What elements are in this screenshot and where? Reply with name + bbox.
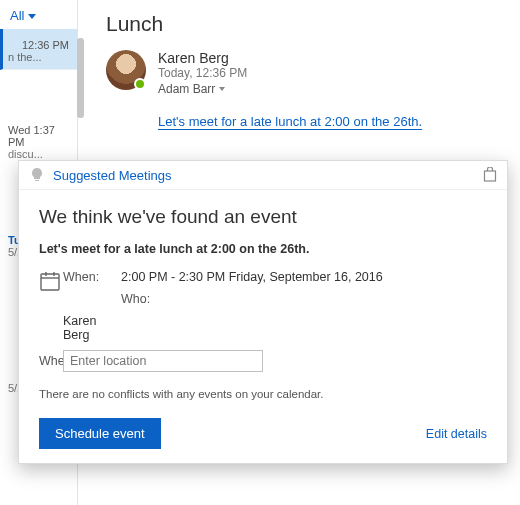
calendar-icon	[39, 270, 61, 292]
filter-all[interactable]: All	[0, 0, 77, 29]
when-value: 2:00 PM - 2:30 PM Friday, September 16, …	[121, 270, 487, 284]
lightbulb-icon	[29, 167, 45, 183]
when-label: When:	[63, 270, 121, 284]
suggested-meeting-link[interactable]: Let's meet for a late lunch at 2:00 on t…	[158, 114, 502, 129]
sender-name: Karen Berg	[158, 50, 247, 66]
svg-rect-1	[41, 274, 59, 290]
recipient-name: Adam Barr	[158, 82, 215, 96]
filter-label: All	[10, 8, 24, 23]
location-input[interactable]	[63, 350, 263, 372]
edit-details-link[interactable]: Edit details	[426, 427, 487, 441]
message-preview: n the...	[8, 51, 71, 63]
card-quote: Let's meet for a late lunch at 2:00 on t…	[39, 242, 487, 256]
suggested-meeting-card: Suggested Meetings We think we've found …	[18, 160, 508, 464]
card-title: We think we've found an event	[39, 206, 487, 228]
list-item[interactable]: 12:36 PM n the...	[0, 29, 77, 70]
schedule-event-button[interactable]: Schedule event	[39, 418, 161, 449]
presence-available-icon	[134, 78, 146, 90]
chevron-down-icon	[219, 87, 225, 91]
recipients-row[interactable]: Adam Barr	[158, 82, 247, 96]
message-subject: Lunch	[106, 12, 502, 36]
who-label: Who:	[121, 292, 487, 306]
message-date: Wed 1:37 PM	[0, 118, 77, 148]
sender-time: Today, 12:36 PM	[158, 66, 247, 80]
message-time: 12:36 PM	[8, 39, 71, 51]
card-header-title[interactable]: Suggested Meetings	[53, 168, 172, 183]
where-label: Where:	[39, 354, 63, 368]
store-icon[interactable]	[483, 167, 497, 183]
avatar[interactable]	[106, 50, 146, 90]
chevron-down-icon	[28, 14, 36, 19]
conflict-status: There are no conflicts with any events o…	[39, 388, 487, 400]
svg-rect-0	[485, 171, 496, 181]
who-value: Karen Berg	[63, 314, 121, 342]
